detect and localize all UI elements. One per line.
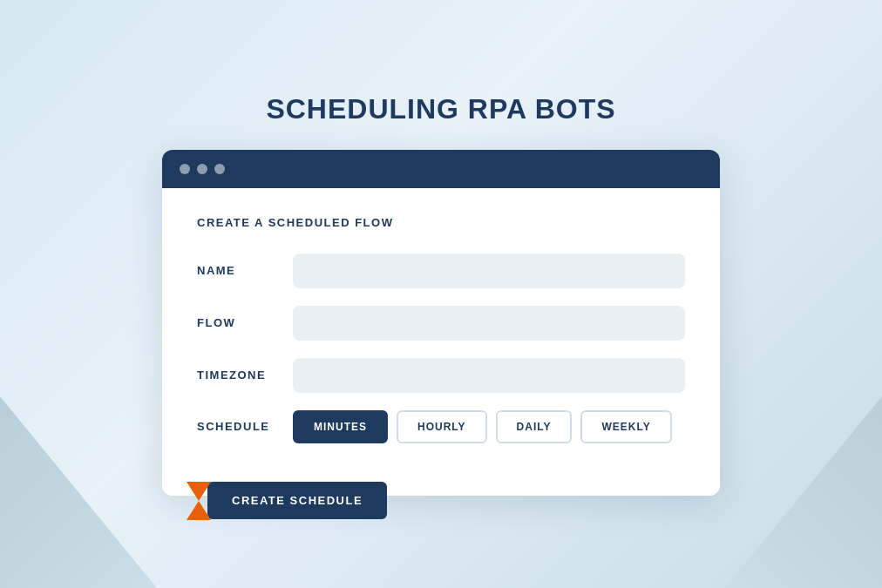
schedule-weekly-button[interactable]: WEEKLY <box>580 410 671 443</box>
schedule-daily-button[interactable]: DAILY <box>496 410 573 443</box>
name-label: NAME <box>197 264 293 277</box>
flow-row: FLOW <box>197 306 685 341</box>
flow-label: FLOW <box>197 316 293 329</box>
timezone-row: TIMEZONE <box>197 358 685 393</box>
flow-input[interactable] <box>293 306 685 341</box>
bg-shape-right <box>725 396 882 588</box>
timezone-input[interactable] <box>293 358 685 393</box>
name-input[interactable] <box>293 253 685 288</box>
schedule-buttons: MINUTES HOURLY DAILY WEEKLY <box>293 410 672 443</box>
window-titlebar <box>162 150 720 188</box>
window-dot-3 <box>214 164 225 174</box>
window-card: CREATE A SCHEDULED FLOW NAME FLOW TIMEZO… <box>162 150 720 496</box>
window-dot-1 <box>180 164 190 174</box>
schedule-hourly-button[interactable]: HOURLY <box>397 410 487 443</box>
schedule-row: SCHEDULE MINUTES HOURLY DAILY WEEKLY <box>197 410 685 443</box>
name-row: NAME <box>197 253 685 288</box>
timezone-label: TIMEZONE <box>197 368 293 382</box>
form-section-title: CREATE A SCHEDULED FLOW <box>197 216 685 229</box>
create-btn-wrapper: CREATE SCHEDULE <box>187 482 387 520</box>
window-body: CREATE A SCHEDULED FLOW NAME FLOW TIMEZO… <box>162 188 720 496</box>
create-schedule-button[interactable]: CREATE SCHEDULE <box>207 482 387 519</box>
window-dot-2 <box>197 164 207 174</box>
schedule-label: SCHEDULE <box>197 420 293 433</box>
schedule-minutes-button[interactable]: MINUTES <box>293 410 388 443</box>
bg-shape-left <box>0 396 157 588</box>
page-title: SCHEDULING RPA BOTS <box>266 93 615 125</box>
arrow-decoration <box>187 482 211 520</box>
